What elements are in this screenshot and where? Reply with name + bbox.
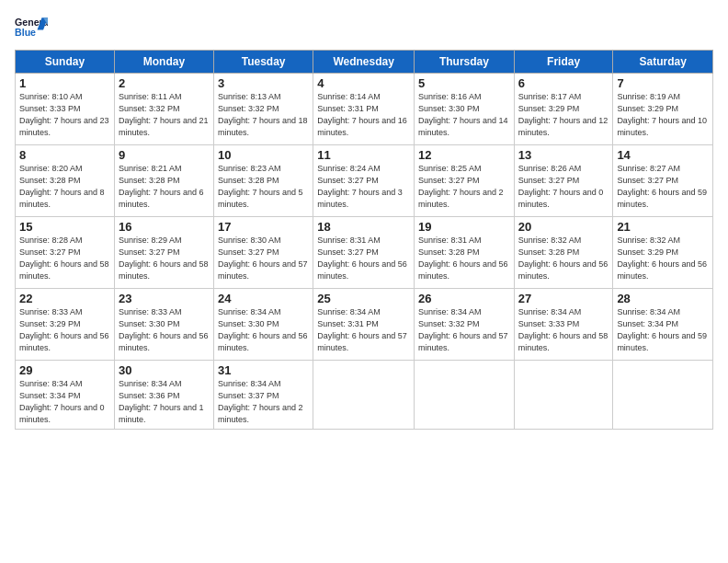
- day-number: 7: [617, 76, 709, 90]
- calendar-cell: 7Sunrise: 8:19 AMSunset: 3:29 PMDaylight…: [613, 74, 713, 145]
- calendar-cell: 31Sunrise: 8:34 AMSunset: 3:37 PMDayligh…: [214, 361, 313, 430]
- calendar-cell: 12Sunrise: 8:25 AMSunset: 3:27 PMDayligh…: [415, 145, 515, 217]
- calendar-cell: [415, 361, 515, 430]
- weekday-monday: Monday: [114, 51, 213, 74]
- day-number: 18: [317, 220, 410, 234]
- day-info: Sunrise: 8:34 AMSunset: 3:37 PMDaylight:…: [218, 378, 309, 426]
- day-info: Sunrise: 8:19 AMSunset: 3:29 PMDaylight:…: [617, 91, 709, 139]
- calendar-cell: 19Sunrise: 8:31 AMSunset: 3:28 PMDayligh…: [415, 217, 515, 289]
- day-number: 23: [119, 292, 210, 305]
- calendar-cell: 4Sunrise: 8:14 AMSunset: 3:31 PMDaylight…: [313, 74, 415, 145]
- calendar-cell: 3Sunrise: 8:13 AMSunset: 3:32 PMDaylight…: [214, 74, 313, 145]
- calendar-cell: 23Sunrise: 8:33 AMSunset: 3:30 PMDayligh…: [114, 289, 213, 361]
- week-row-4: 22Sunrise: 8:33 AMSunset: 3:29 PMDayligh…: [16, 289, 713, 361]
- day-number: 31: [218, 363, 309, 377]
- week-row-5: 29Sunrise: 8:34 AMSunset: 3:34 PMDayligh…: [16, 361, 713, 430]
- calendar-cell: 13Sunrise: 8:26 AMSunset: 3:27 PMDayligh…: [514, 145, 613, 217]
- day-number: 16: [119, 220, 210, 234]
- calendar-cell: 10Sunrise: 8:23 AMSunset: 3:28 PMDayligh…: [214, 145, 313, 217]
- week-row-3: 15Sunrise: 8:28 AMSunset: 3:27 PMDayligh…: [16, 217, 713, 289]
- day-number: 8: [19, 148, 110, 162]
- day-number: 12: [418, 148, 510, 162]
- week-row-1: 1Sunrise: 8:10 AMSunset: 3:33 PMDaylight…: [16, 74, 713, 145]
- weekday-saturday: Saturday: [613, 51, 713, 74]
- day-number: 9: [119, 148, 210, 162]
- day-info: Sunrise: 8:21 AMSunset: 3:28 PMDaylight:…: [119, 163, 210, 211]
- day-number: 1: [19, 76, 110, 90]
- day-number: 4: [317, 76, 410, 90]
- day-number: 21: [617, 220, 709, 234]
- calendar-cell: 28Sunrise: 8:34 AMSunset: 3:34 PMDayligh…: [613, 289, 713, 361]
- calendar-cell: 15Sunrise: 8:28 AMSunset: 3:27 PMDayligh…: [16, 217, 115, 289]
- day-number: 30: [119, 363, 210, 377]
- calendar-cell: 14Sunrise: 8:27 AMSunset: 3:27 PMDayligh…: [613, 145, 713, 217]
- day-info: Sunrise: 8:17 AMSunset: 3:29 PMDaylight:…: [518, 91, 609, 139]
- day-number: 24: [218, 292, 309, 305]
- calendar-cell: 25Sunrise: 8:34 AMSunset: 3:31 PMDayligh…: [313, 289, 415, 361]
- calendar-cell: 29Sunrise: 8:34 AMSunset: 3:34 PMDayligh…: [16, 361, 115, 430]
- day-info: Sunrise: 8:33 AMSunset: 3:30 PMDaylight:…: [119, 306, 210, 354]
- day-number: 17: [218, 220, 309, 234]
- weekday-wednesday: Wednesday: [313, 51, 415, 74]
- day-number: 3: [218, 76, 309, 90]
- day-info: Sunrise: 8:20 AMSunset: 3:28 PMDaylight:…: [19, 163, 110, 211]
- calendar-cell: [514, 361, 613, 430]
- day-info: Sunrise: 8:11 AMSunset: 3:32 PMDaylight:…: [119, 91, 210, 139]
- calendar-cell: [613, 361, 713, 430]
- day-info: Sunrise: 8:10 AMSunset: 3:33 PMDaylight:…: [19, 91, 110, 139]
- day-info: Sunrise: 8:34 AMSunset: 3:30 PMDaylight:…: [218, 306, 309, 354]
- day-info: Sunrise: 8:31 AMSunset: 3:28 PMDaylight:…: [418, 235, 510, 282]
- calendar-cell: [313, 361, 415, 430]
- calendar-cell: 21Sunrise: 8:32 AMSunset: 3:29 PMDayligh…: [613, 217, 713, 289]
- calendar-table: SundayMondayTuesdayWednesdayThursdayFrid…: [15, 50, 713, 430]
- day-info: Sunrise: 8:16 AMSunset: 3:30 PMDaylight:…: [418, 91, 510, 139]
- day-info: Sunrise: 8:33 AMSunset: 3:29 PMDaylight:…: [19, 306, 110, 354]
- day-number: 29: [19, 363, 110, 377]
- day-info: Sunrise: 8:34 AMSunset: 3:32 PMDaylight:…: [418, 306, 510, 354]
- page: General Blue SundayMondayTuesdayWednesda…: [0, 0, 728, 563]
- day-number: 28: [617, 292, 709, 305]
- svg-text:Blue: Blue: [15, 27, 36, 38]
- calendar-cell: 2Sunrise: 8:11 AMSunset: 3:32 PMDaylight…: [114, 74, 213, 145]
- day-number: 27: [518, 292, 609, 305]
- day-info: Sunrise: 8:13 AMSunset: 3:32 PMDaylight:…: [218, 91, 309, 139]
- weekday-thursday: Thursday: [415, 51, 515, 74]
- calendar-cell: 17Sunrise: 8:30 AMSunset: 3:27 PMDayligh…: [214, 217, 313, 289]
- day-info: Sunrise: 8:26 AMSunset: 3:27 PMDaylight:…: [518, 163, 609, 211]
- day-info: Sunrise: 8:31 AMSunset: 3:27 PMDaylight:…: [317, 235, 410, 282]
- calendar-cell: 5Sunrise: 8:16 AMSunset: 3:30 PMDaylight…: [415, 74, 515, 145]
- calendar-cell: 11Sunrise: 8:24 AMSunset: 3:27 PMDayligh…: [313, 145, 415, 217]
- week-row-2: 8Sunrise: 8:20 AMSunset: 3:28 PMDaylight…: [16, 145, 713, 217]
- day-info: Sunrise: 8:34 AMSunset: 3:36 PMDaylight:…: [119, 378, 210, 426]
- weekday-header-row: SundayMondayTuesdayWednesdayThursdayFrid…: [16, 51, 713, 74]
- day-number: 22: [19, 292, 110, 305]
- logo: General Blue: [15, 15, 48, 40]
- day-info: Sunrise: 8:29 AMSunset: 3:27 PMDaylight:…: [119, 235, 210, 282]
- day-info: Sunrise: 8:34 AMSunset: 3:34 PMDaylight:…: [19, 378, 110, 426]
- day-number: 25: [317, 292, 410, 305]
- day-number: 26: [418, 292, 510, 305]
- calendar-cell: 26Sunrise: 8:34 AMSunset: 3:32 PMDayligh…: [415, 289, 515, 361]
- day-number: 5: [418, 76, 510, 90]
- calendar-cell: 1Sunrise: 8:10 AMSunset: 3:33 PMDaylight…: [16, 74, 115, 145]
- day-info: Sunrise: 8:23 AMSunset: 3:28 PMDaylight:…: [218, 163, 309, 211]
- day-info: Sunrise: 8:34 AMSunset: 3:34 PMDaylight:…: [617, 306, 709, 354]
- day-number: 19: [418, 220, 510, 234]
- day-info: Sunrise: 8:30 AMSunset: 3:27 PMDaylight:…: [218, 235, 309, 282]
- calendar-cell: 16Sunrise: 8:29 AMSunset: 3:27 PMDayligh…: [114, 217, 213, 289]
- day-info: Sunrise: 8:32 AMSunset: 3:29 PMDaylight:…: [617, 235, 709, 282]
- day-info: Sunrise: 8:28 AMSunset: 3:27 PMDaylight:…: [19, 235, 110, 282]
- day-number: 13: [518, 148, 609, 162]
- day-info: Sunrise: 8:32 AMSunset: 3:28 PMDaylight:…: [518, 235, 609, 282]
- calendar-cell: 22Sunrise: 8:33 AMSunset: 3:29 PMDayligh…: [16, 289, 115, 361]
- day-info: Sunrise: 8:14 AMSunset: 3:31 PMDaylight:…: [317, 91, 410, 139]
- weekday-tuesday: Tuesday: [214, 51, 313, 74]
- day-number: 15: [19, 220, 110, 234]
- calendar-cell: 24Sunrise: 8:34 AMSunset: 3:30 PMDayligh…: [214, 289, 313, 361]
- calendar-cell: 6Sunrise: 8:17 AMSunset: 3:29 PMDaylight…: [514, 74, 613, 145]
- calendar-cell: 27Sunrise: 8:34 AMSunset: 3:33 PMDayligh…: [514, 289, 613, 361]
- day-info: Sunrise: 8:34 AMSunset: 3:33 PMDaylight:…: [518, 306, 609, 354]
- logo-icon: General Blue: [15, 15, 48, 40]
- day-info: Sunrise: 8:27 AMSunset: 3:27 PMDaylight:…: [617, 163, 709, 211]
- day-number: 11: [317, 148, 410, 162]
